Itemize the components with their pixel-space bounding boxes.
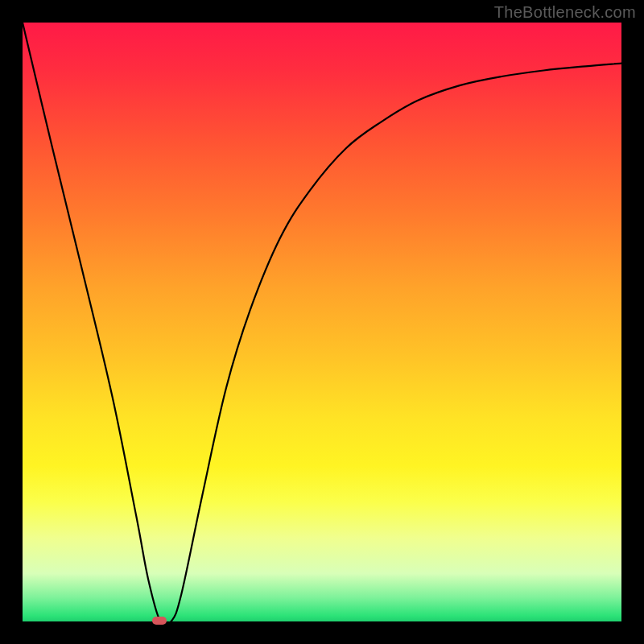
optimum-marker <box>152 617 167 625</box>
chart-container: TheBottleneck.com <box>0 0 644 644</box>
plot-area <box>23 23 621 621</box>
bottleneck-curve <box>23 23 621 621</box>
watermark-text: TheBottleneck.com <box>494 3 636 22</box>
